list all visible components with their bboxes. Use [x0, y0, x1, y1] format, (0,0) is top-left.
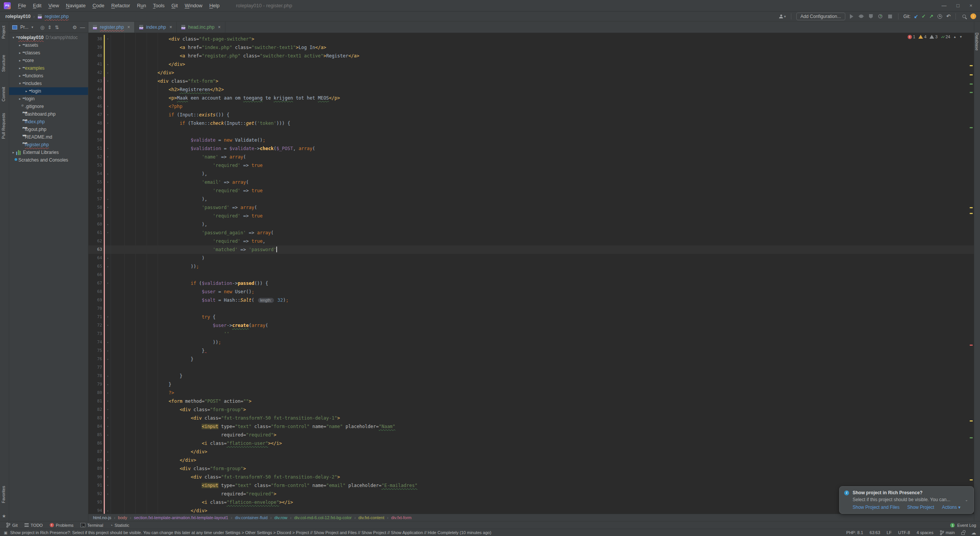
locate-file-button[interactable]: ◎ — [40, 25, 44, 30]
tool-window-button-problems[interactable]: !Problems — [50, 523, 73, 528]
maximize-icon[interactable]: □ — [957, 3, 960, 8]
minimize-icon[interactable]: — — [942, 3, 947, 8]
close-tab-icon[interactable]: × — [127, 25, 130, 30]
debug-button[interactable] — [858, 13, 864, 20]
breadcrumb-project[interactable]: roleplay010 — [5, 14, 31, 19]
favorites-star-icon[interactable]: ★ — [2, 513, 6, 519]
notification-link[interactable]: Show Project — [907, 505, 934, 510]
status-item[interactable]: LF — [887, 530, 892, 535]
search-icon — [962, 15, 966, 18]
html-crumb[interactable]: section.fxt-template-animation.fxt-templ… — [134, 515, 228, 520]
tool-window-button-commit[interactable]: Commit — [1, 87, 6, 101]
tool-window-button-favorites[interactable]: Favorites — [1, 486, 6, 503]
tab-register-php[interactable]: PHPregister.php× — [88, 22, 135, 33]
html-crumb[interactable]: div.col-md-6.col-12.fxt-bg-color — [294, 515, 352, 520]
profiler-button[interactable] — [877, 13, 884, 20]
tree-item-roleplay010[interactable]: ▾roleplay010 D:\xampp\htdoc — [9, 34, 88, 41]
close-tab-icon[interactable]: × — [170, 25, 172, 30]
status-item[interactable]: 4 spaces — [916, 530, 933, 535]
event-log-button[interactable]: 1Event Log — [950, 523, 976, 528]
html-crumb[interactable]: div.container-fluid — [235, 515, 267, 520]
close-icon[interactable]: × — [969, 3, 972, 8]
status-item[interactable]: 63:63 — [870, 530, 881, 535]
tool-window-button-git[interactable]: Git — [6, 523, 18, 528]
stop-button[interactable] — [887, 13, 893, 20]
ide-update-button[interactable]: ↑ — [970, 13, 976, 19]
tool-window-button-terminal[interactable]: ›_Terminal — [80, 523, 103, 528]
html-crumb[interactable]: div.fxt-content — [359, 515, 385, 520]
expand-notification-icon[interactable]: ⌄ — [965, 498, 968, 502]
tree-item-label: functions — [25, 73, 43, 78]
tool-window-button-pull-requests[interactable]: Pull Requests — [1, 113, 6, 139]
add-configuration-button[interactable]: Add Configuration... — [796, 13, 845, 20]
tree-item-core[interactable]: ▸core — [9, 57, 88, 64]
tab-index-php[interactable]: PHPindex.php× — [135, 22, 177, 33]
menu-navigate[interactable]: Navigate — [62, 3, 89, 8]
tree-item-logout-php[interactable]: PHPlogout.php — [9, 126, 88, 133]
html-crumb[interactable]: html.no-js — [93, 515, 111, 520]
run-button[interactable] — [849, 13, 855, 20]
tree-item-dashboard-php[interactable]: PHPdashboard.php — [9, 110, 88, 118]
settings-gear-icon[interactable]: ⚙ — [72, 25, 77, 30]
history-button[interactable] — [937, 13, 943, 20]
tool-window-button-todo[interactable]: TODO — [24, 523, 43, 528]
menu-code[interactable]: Code — [89, 3, 108, 8]
rollback-button[interactable]: ↶ — [946, 13, 951, 19]
git-push-button[interactable]: ↗ — [929, 13, 933, 19]
git-commit-button[interactable]: ✓ — [921, 13, 926, 19]
coverage-button[interactable] — [868, 13, 874, 20]
menu-edit[interactable]: Edit — [29, 3, 45, 8]
menu-view[interactable]: View — [45, 3, 62, 8]
project-view-selector[interactable]: Pr... — [20, 25, 28, 30]
menu-git[interactable]: Git — [168, 3, 181, 8]
tree-item-readme-md[interactable]: MDREADME.md — [9, 133, 88, 141]
git-update-button[interactable]: ↙ — [914, 13, 918, 19]
lock-icon[interactable] — [961, 532, 965, 535]
search-everywhere-button[interactable] — [961, 13, 967, 20]
menu-file[interactable]: File — [15, 3, 29, 8]
tree-item-register-php[interactable]: PHPregister.php — [9, 141, 88, 149]
tree-item-login[interactable]: ▸login — [9, 87, 88, 95]
chevron-down-icon[interactable]: ▾ — [31, 25, 33, 29]
html-crumb[interactable]: body — [118, 515, 127, 520]
html-crumb[interactable]: div.row — [274, 515, 287, 520]
tool-window-button-project[interactable]: Project — [1, 26, 6, 39]
notification-link[interactable]: Show Project and Files — [853, 505, 900, 510]
user-chooser-button[interactable]: ▾ — [779, 15, 786, 18]
editor-line-72: 72▾ $user->create(array( — [88, 321, 974, 330]
menu-tools[interactable]: Tools — [150, 3, 168, 8]
tree-item-includes[interactable]: ▾includes — [9, 80, 88, 87]
tree-item-functions[interactable]: ▸functions — [9, 72, 88, 80]
menu-help[interactable]: Help — [206, 3, 223, 8]
tool-window-button-statistic[interactable]: ◔Statistic — [110, 523, 129, 528]
menu-refactor[interactable]: Refactor — [108, 3, 134, 8]
tab-head-inc-php[interactable]: PHPhead.inc.php× — [177, 22, 225, 33]
status-message[interactable]: ▣ Show project in Rich Presence?: Select… — [4, 530, 491, 535]
tree-item-assets[interactable]: ▸assets — [9, 41, 88, 49]
tree-item-scratches-and-consoles[interactable]: Scratches and Consoles — [9, 156, 88, 164]
cloud-sync-icon[interactable]: ☁ — [971, 530, 976, 536]
menu-run[interactable]: Run — [134, 3, 150, 8]
collapse-all-button[interactable]: ⇅ — [55, 25, 59, 30]
tree-item-classes[interactable]: ▸classes — [9, 49, 88, 57]
html-crumb[interactable]: div.fxt-form — [391, 515, 412, 520]
notification-actions-dropdown[interactable]: Actions ▾ — [942, 505, 960, 510]
close-tab-icon[interactable]: × — [218, 25, 221, 30]
tree-item-login[interactable]: ▸login — [9, 95, 88, 103]
git-branch-widget[interactable]: main — [940, 530, 955, 535]
tree-item-examples[interactable]: ▸examples — [9, 64, 88, 72]
main-toolbar: ▾ Add Configuration... Git: ↙ ✓ ↗ ↶ ↑ — [779, 13, 976, 20]
expand-all-button[interactable]: ⇕ — [47, 25, 52, 30]
notification-balloon[interactable]: i Show project in Rich Presence? Select … — [839, 486, 974, 514]
status-item[interactable]: PHP: 8.1 — [846, 530, 863, 535]
code-editor[interactable]: !1 4 3 ✓✓24 ▲ ▼ 38▾ <div class="fxt-page… — [88, 33, 974, 514]
hide-panel-button[interactable]: — — [80, 25, 85, 30]
status-item[interactable]: UTF-8 — [898, 530, 910, 535]
breadcrumb-file[interactable]: register.php — [45, 14, 69, 19]
tree-item--gitignore[interactable]: .gitignore — [9, 103, 88, 110]
tool-window-button-structure[interactable]: Structure — [1, 55, 6, 72]
tree-item-index-php[interactable]: PHPindex.php — [9, 118, 88, 126]
tree-item-external-libraries[interactable]: ▸External Libraries — [9, 149, 88, 156]
tool-window-button-database[interactable]: Database — [975, 33, 979, 51]
menu-window[interactable]: Window — [181, 3, 206, 8]
